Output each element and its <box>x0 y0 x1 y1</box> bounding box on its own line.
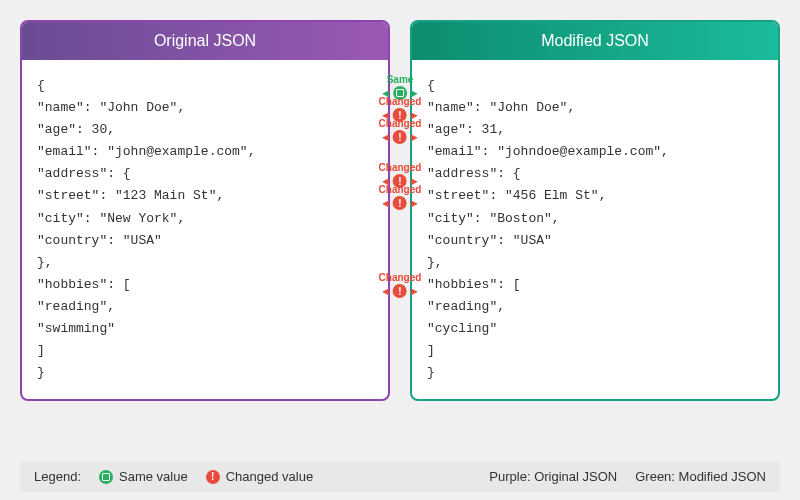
original-panel: Original JSON {"name": "John Doe","age":… <box>20 20 390 401</box>
json-line: "country": "USA" <box>427 230 763 252</box>
changed-icon <box>393 130 407 144</box>
json-line: "age": 30, <box>37 119 373 141</box>
legend-purple: Purple: Original JSON <box>489 469 617 484</box>
json-line: "city": "New York", <box>37 208 373 230</box>
json-line: "reading", <box>427 296 763 318</box>
json-line: "reading", <box>37 296 373 318</box>
json-line: "email": "john@example.com", <box>37 141 373 163</box>
legend-changed: Changed value <box>206 469 313 484</box>
legend-label: Legend: <box>34 469 81 484</box>
json-line: "name": "John Doe", <box>37 97 373 119</box>
modified-panel: Modified JSON {"name": "John Doe","age":… <box>410 20 780 401</box>
legend-green: Green: Modified JSON <box>635 469 766 484</box>
changed-icon <box>393 284 407 298</box>
changed-icon <box>393 174 407 188</box>
json-line: "street": "456 Elm St", <box>427 185 763 207</box>
json-line: "name": "John Doe", <box>427 97 763 119</box>
json-line: ] <box>37 340 373 362</box>
json-line: }, <box>427 252 763 274</box>
legend-same-text: Same value <box>119 469 188 484</box>
modified-panel-title: Modified JSON <box>412 22 778 60</box>
legend-bar: Legend: Same value Changed value Purple:… <box>20 461 780 492</box>
json-line: { <box>427 75 763 97</box>
json-line: "city": "Boston", <box>427 208 763 230</box>
json-line: }, <box>37 252 373 274</box>
changed-icon <box>206 470 220 484</box>
json-line: "address": { <box>37 163 373 185</box>
json-line: "cycling" <box>427 318 763 340</box>
json-line: "street": "123 Main St", <box>37 185 373 207</box>
json-line: } <box>37 362 373 384</box>
diff-container: Original JSON {"name": "John Doe","age":… <box>0 0 800 411</box>
json-line: "country": "USA" <box>37 230 373 252</box>
json-line: { <box>37 75 373 97</box>
json-line: "email": "johndoe@example.com", <box>427 141 763 163</box>
same-icon <box>393 86 407 100</box>
original-json-body: {"name": "John Doe","age": 30,"email": "… <box>22 60 388 399</box>
original-panel-title: Original JSON <box>22 22 388 60</box>
json-line: ] <box>427 340 763 362</box>
same-icon <box>99 470 113 484</box>
legend-same: Same value <box>99 469 188 484</box>
json-line: "swimming" <box>37 318 373 340</box>
json-line: "hobbies": [ <box>427 274 763 296</box>
json-line: "address": { <box>427 163 763 185</box>
json-line: } <box>427 362 763 384</box>
changed-icon <box>393 108 407 122</box>
modified-json-body: {"name": "John Doe","age": 31,"email": "… <box>412 60 778 399</box>
json-line: "age": 31, <box>427 119 763 141</box>
json-line: "hobbies": [ <box>37 274 373 296</box>
legend-changed-text: Changed value <box>226 469 313 484</box>
changed-icon <box>393 196 407 210</box>
